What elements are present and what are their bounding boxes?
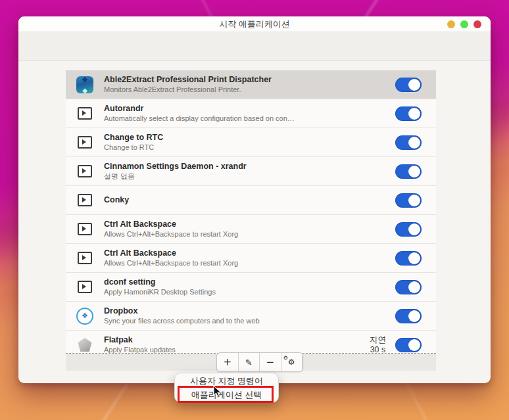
remove-startup-button[interactable]: − (260, 353, 281, 371)
enable-toggle[interactable] (395, 309, 422, 323)
startup-item-row[interactable]: Conky (66, 186, 436, 215)
startup-item-name: Conky (104, 195, 395, 206)
delay-value: 30 s (370, 345, 386, 354)
able2extract-app-icon (76, 76, 93, 93)
button-glyph-icon: ⚙ (288, 358, 295, 366)
mouse-cursor (213, 385, 222, 398)
window-controls (447, 16, 481, 32)
window-title: 시작 애플리케이션 (219, 18, 290, 30)
flatpak-icon (78, 338, 92, 352)
button-glyph-icon: ✎ (245, 358, 253, 367)
startup-item-text: Autorandr Automatically select a display… (104, 104, 395, 124)
app-icon-cell (66, 107, 104, 120)
app-icon-cell (66, 223, 104, 235)
startup-item-description: Apply HamoniKR Desktop Settings (104, 287, 395, 296)
startup-item-description: 설명 없음 (104, 172, 395, 181)
app-icon-cell (66, 252, 104, 264)
titlebar[interactable]: 시작 애플리케이션 (18, 16, 491, 32)
startup-item-name: Flatpak (104, 335, 370, 346)
menu-item-choose-application[interactable]: 애플리케이션 선택 (175, 388, 278, 402)
startup-item-text: Ctrl Alt Backspace Allows Ctrl+Alt+Backs… (104, 248, 395, 268)
app-icon-cell (66, 308, 104, 325)
toggle-knob (408, 79, 420, 91)
startup-item-name: Ctrl Alt Backspace (104, 248, 395, 259)
button-glyph-icon: − (266, 358, 274, 367)
toggle-knob (408, 166, 420, 177)
startup-item-text: Dropbox Sync your files across computers… (104, 306, 395, 326)
startup-list: Able2Extract Professional Print Dispatch… (66, 70, 436, 354)
startup-item-description: Monitors Able2Extract Professional Print… (104, 85, 395, 94)
generic-app-icon (78, 223, 92, 235)
startup-item-row[interactable]: Change to RTC Change to RTC (66, 128, 436, 157)
enable-toggle[interactable] (395, 164, 422, 179)
startup-item-name: dconf setting (104, 277, 395, 288)
app-icon-cell (66, 76, 104, 93)
list-toolbar: + ✎ − ⚙ (216, 352, 303, 372)
toggle-knob (408, 195, 420, 206)
startup-item-name: Cinnamon Settings Daemon - xrandr (104, 162, 395, 172)
app-icon-cell (66, 281, 104, 293)
startup-item-text: Flatpak Apply Flatpak updates (104, 335, 370, 354)
toggle-knob (408, 310, 420, 322)
startup-item-text: Cinnamon Settings Daemon - xrandr 설명 없음 (104, 162, 395, 181)
startup-item-description: Automatically select a display configura… (104, 114, 395, 123)
generic-app-icon (78, 194, 92, 206)
menu-item-label: 애플리케이션 선택 (191, 389, 262, 401)
header-strip (18, 32, 491, 60)
toggle-knob (408, 108, 420, 120)
startup-item-row[interactable]: dconf setting Apply HamoniKR Desktop Set… (66, 273, 436, 302)
delay-label: 지연 (370, 335, 386, 345)
startup-item-row[interactable]: Dropbox Sync your files across computers… (66, 302, 436, 331)
enable-toggle[interactable] (395, 78, 422, 92)
startup-item-row[interactable]: Cinnamon Settings Daemon - xrandr 설명 없음 (66, 157, 436, 186)
generic-app-icon (78, 281, 92, 293)
startup-item-description: Allows Ctrl+Alt+Backspace to restart Xor… (104, 258, 395, 268)
custom-command-gears-button[interactable]: ⚙ (281, 353, 303, 371)
toggle-knob (408, 339, 420, 351)
add-startup-popup-menu: 사용자 지정 명령어 애플리케이션 선택 (174, 373, 279, 403)
menu-item-custom-command[interactable]: 사용자 지정 명령어 (175, 374, 278, 388)
enable-toggle[interactable] (395, 193, 422, 208)
startup-item-description: Allows Ctrl+Alt+Backspace to restart Xor… (104, 229, 395, 239)
toggle-knob (408, 223, 420, 235)
maximize-button[interactable] (460, 20, 468, 28)
startup-item-description: Sync your files across computers and to … (104, 316, 395, 325)
generic-app-icon (78, 136, 92, 149)
startup-delay-info: 지연 30 s (370, 335, 386, 354)
startup-item-text: Conky (104, 195, 395, 206)
app-icon-cell (66, 338, 104, 352)
enable-toggle[interactable] (395, 106, 422, 121)
startup-item-description: Change to RTC (104, 143, 395, 152)
edit-startup-button[interactable]: ✎ (239, 353, 260, 371)
app-icon-cell (66, 194, 104, 206)
startup-item-row[interactable]: Autorandr Automatically select a display… (66, 99, 436, 128)
close-button[interactable] (473, 20, 481, 28)
startup-item-text: Ctrl Alt Backspace Allows Ctrl+Alt+Backs… (104, 220, 395, 239)
app-icon-cell (66, 136, 104, 149)
toggle-knob (408, 137, 420, 149)
enable-toggle[interactable] (395, 338, 422, 352)
enable-toggle[interactable] (395, 222, 422, 237)
add-startup-button[interactable]: + (217, 353, 239, 371)
desktop: 시작 애플리케이션 Able2Extract Professional Prin… (0, 0, 509, 420)
startup-item-text: Able2Extract Professional Print Dispatch… (104, 75, 395, 95)
menu-item-label: 사용자 지정 명령어 (190, 375, 263, 387)
startup-item-name: Autorandr (104, 104, 395, 114)
startup-item-row[interactable]: Able2Extract Professional Print Dispatch… (66, 70, 436, 99)
startup-item-row[interactable]: Ctrl Alt Backspace Allows Ctrl+Alt+Backs… (66, 215, 436, 244)
minimize-button[interactable] (447, 20, 455, 28)
startup-item-text: Change to RTC Change to RTC (104, 133, 395, 152)
startup-item-name: Able2Extract Professional Print Dispatch… (104, 75, 395, 85)
startup-item-name: Dropbox (104, 306, 395, 317)
generic-app-icon (78, 252, 92, 264)
startup-item-row[interactable]: Flatpak Apply Flatpak updates 지연 30 s (66, 331, 436, 354)
enable-toggle[interactable] (395, 135, 422, 150)
startup-item-row[interactable]: Ctrl Alt Backspace Allows Ctrl+Alt+Backs… (66, 244, 436, 273)
startup-applications-window: 시작 애플리케이션 Able2Extract Professional Prin… (18, 16, 491, 383)
startup-item-text: dconf setting Apply HamoniKR Desktop Set… (104, 277, 395, 297)
enable-toggle[interactable] (395, 280, 422, 294)
generic-app-icon (78, 107, 92, 120)
startup-item-name: Ctrl Alt Backspace (104, 220, 395, 230)
enable-toggle[interactable] (395, 251, 422, 266)
startup-item-name: Change to RTC (104, 133, 395, 143)
